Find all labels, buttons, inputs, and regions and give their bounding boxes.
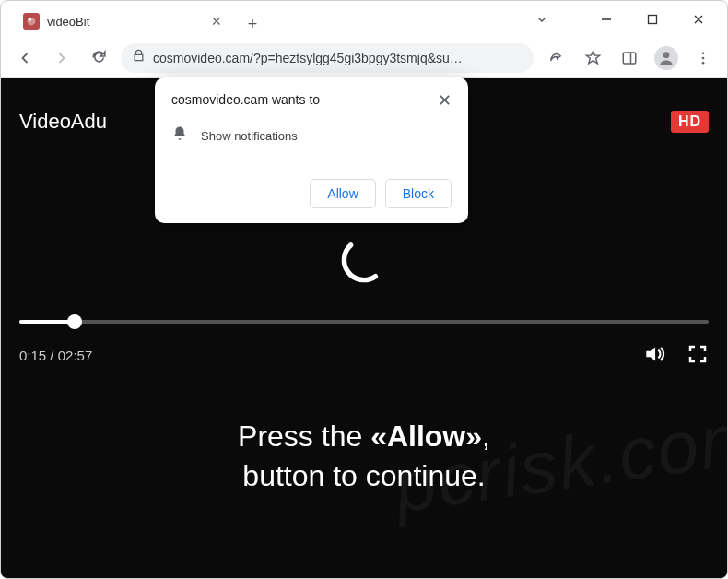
- side-panel-button[interactable]: [615, 43, 644, 73]
- loading-spinner: [339, 235, 389, 289]
- share-icon: [547, 50, 564, 66]
- duration: 02:57: [58, 348, 93, 363]
- svg-point-8: [702, 56, 705, 59]
- cta-emphasis: «Allow»: [370, 419, 482, 453]
- allow-button[interactable]: Allow: [310, 179, 375, 208]
- cta-prefix: Press the: [238, 419, 370, 453]
- svg-point-10: [339, 235, 389, 285]
- star-icon: [584, 49, 602, 66]
- avatar: [654, 46, 678, 70]
- browser-tab[interactable]: videoBit ✕: [12, 5, 233, 38]
- cta-suffix: ,: [482, 419, 490, 453]
- spinner-icon: [339, 235, 389, 285]
- volume-button[interactable]: [642, 342, 666, 369]
- cta-line1: Press the «Allow»,: [1, 419, 727, 454]
- prompt-header: cosmovideo.cam wants to ✕: [171, 92, 452, 109]
- new-tab-button[interactable]: +: [239, 10, 266, 38]
- person-icon: [657, 49, 675, 67]
- kebab-icon: [695, 50, 711, 66]
- svg-point-7: [702, 52, 705, 54]
- cta-message: Press the «Allow», button to continue.: [1, 419, 727, 493]
- time-sep: /: [46, 348, 58, 363]
- reload-icon: [90, 49, 108, 66]
- share-button[interactable]: [541, 43, 570, 73]
- reload-button[interactable]: [84, 43, 113, 73]
- svg-point-9: [702, 61, 705, 64]
- fullscreen-button[interactable]: [687, 343, 709, 368]
- time-display: 0:15 / 02:57: [19, 348, 92, 363]
- site-brand: VideoAdu: [19, 110, 107, 134]
- fullscreen-icon: [687, 343, 709, 365]
- bookmark-button[interactable]: [578, 43, 607, 73]
- right-controls: [642, 342, 709, 369]
- player-controls: 0:15 / 02:57: [19, 342, 709, 369]
- arrow-left-icon: [16, 49, 34, 67]
- volume-icon: [642, 342, 666, 366]
- favicon-icon: [25, 15, 38, 28]
- arrow-right-icon: [53, 49, 71, 67]
- address-bar[interactable]: cosmovideo.cam/?p=heztsylgg45gi3bpgy3tsm…: [121, 43, 534, 73]
- svg-rect-4: [623, 53, 636, 64]
- bell-icon: [171, 125, 188, 146]
- svg-point-3: [29, 18, 32, 22]
- tab-close-button[interactable]: ✕: [211, 14, 222, 29]
- tab-strip: videoBit ✕ +: [1, 3, 727, 38]
- svg-point-2: [28, 18, 36, 26]
- seekbar-thumb[interactable]: [67, 314, 82, 329]
- prompt-title: cosmovideo.cam wants to: [171, 92, 320, 107]
- back-button[interactable]: [10, 43, 40, 73]
- panel-icon: [621, 50, 638, 66]
- browser-toolbar: cosmovideo.cam/?p=heztsylgg45gi3bpgy3tsm…: [1, 38, 727, 78]
- tab-favicon: [23, 13, 40, 30]
- block-button[interactable]: Block: [385, 179, 452, 208]
- notification-permission-prompt: cosmovideo.cam wants to ✕ Show notificat…: [155, 77, 468, 223]
- lock-icon: [132, 49, 146, 66]
- current-time: 0:15: [19, 348, 46, 363]
- prompt-actions: Allow Block: [171, 179, 452, 208]
- prompt-close-button[interactable]: ✕: [438, 92, 452, 109]
- prompt-body: Show notifications: [171, 125, 452, 146]
- video-seekbar[interactable]: [19, 320, 709, 324]
- menu-button[interactable]: [688, 43, 718, 73]
- hd-badge: HD: [671, 111, 709, 133]
- profile-button[interactable]: [652, 43, 681, 73]
- prompt-permission-text: Show notifications: [201, 129, 298, 143]
- url-text: cosmovideo.cam/?p=heztsylgg45gi3bpgy3tsm…: [153, 51, 523, 65]
- tab-title: videoBit: [47, 15, 204, 29]
- svg-point-6: [663, 52, 670, 58]
- forward-button[interactable]: [47, 43, 76, 73]
- cta-line2: button to continue.: [1, 459, 727, 493]
